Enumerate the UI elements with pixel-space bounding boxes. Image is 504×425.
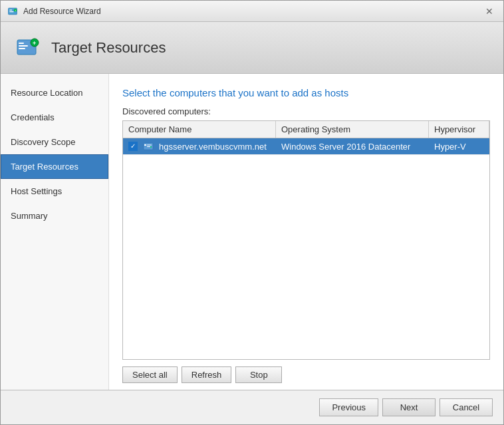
svg-rect-14 — [147, 146, 150, 147]
row-checkbox[interactable] — [128, 142, 138, 151]
sidebar-item-summary[interactable]: Summary — [1, 204, 108, 228]
sidebar-item-resource-location[interactable]: Resource Location — [1, 80, 108, 105]
svg-rect-13 — [147, 145, 152, 146]
refresh-button[interactable]: Refresh — [182, 366, 232, 383]
sidebar-item-discovery-scope[interactable]: Discovery Scope — [1, 130, 108, 154]
column-header-os: Operating System — [276, 121, 429, 138]
svg-rect-7 — [19, 45, 28, 47]
column-header-hypervisor: Hypervisor — [429, 121, 489, 138]
window-icon: + — [6, 5, 19, 18]
computers-table: Computer Name Operating System Hyperviso… — [122, 120, 490, 360]
cell-computer-name: hgsserver.vembuscvmm.net — [123, 138, 276, 154]
svg-rect-2 — [9, 11, 13, 12]
svg-point-15 — [150, 146, 152, 148]
title-bar: + Add Resource Wizard ✕ — [1, 1, 503, 22]
previous-button[interactable]: Previous — [319, 398, 378, 416]
discovered-label: Discovered computers: — [122, 106, 490, 116]
table-row[interactable]: hgsserver.vembuscvmm.net Windows Server … — [123, 138, 489, 155]
next-button[interactable]: Next — [382, 398, 436, 416]
wizard-header-title: Target Resources — [51, 39, 166, 57]
footer: Previous Next Cancel — [1, 390, 503, 424]
svg-rect-1 — [9, 9, 12, 10]
header-icon: + — [14, 34, 42, 62]
select-all-button[interactable]: Select all — [122, 366, 178, 383]
bottom-buttons: Select all Refresh Stop — [122, 366, 490, 383]
cell-os: Windows Server 2016 Datacenter — [276, 139, 429, 154]
svg-text:+: + — [33, 39, 36, 46]
stop-button[interactable]: Stop — [235, 366, 282, 383]
svg-rect-6 — [19, 43, 24, 44]
sidebar-item-credentials[interactable]: Credentials — [1, 105, 108, 130]
svg-rect-12 — [144, 144, 146, 146]
window-title: Add Resource Wizard — [23, 7, 481, 16]
main-panel: Select the computers that you want to ad… — [109, 74, 503, 390]
main-heading: Select the computers that you want to ad… — [122, 87, 490, 98]
column-header-name: Computer Name — [123, 121, 276, 138]
sidebar-item-target-resources[interactable]: Target Resources — [1, 154, 108, 179]
sidebar-item-host-settings[interactable]: Host Settings — [1, 179, 108, 204]
cancel-button[interactable]: Cancel — [440, 398, 493, 416]
close-button[interactable]: ✕ — [481, 4, 498, 19]
table-header: Computer Name Operating System Hyperviso… — [123, 121, 489, 138]
svg-text:+: + — [15, 9, 16, 11]
server-icon — [143, 141, 154, 152]
svg-rect-8 — [19, 48, 25, 49]
cell-hypervisor: Hyper-V — [429, 139, 489, 154]
wizard-window: + Add Resource Wizard ✕ + Target Resourc… — [0, 0, 504, 425]
table-body: hgsserver.vembuscvmm.net Windows Server … — [123, 138, 489, 359]
content-area: Resource Location Credentials Discovery … — [1, 74, 503, 390]
sidebar: Resource Location Credentials Discovery … — [1, 74, 109, 390]
wizard-header: + Target Resources — [1, 22, 503, 74]
